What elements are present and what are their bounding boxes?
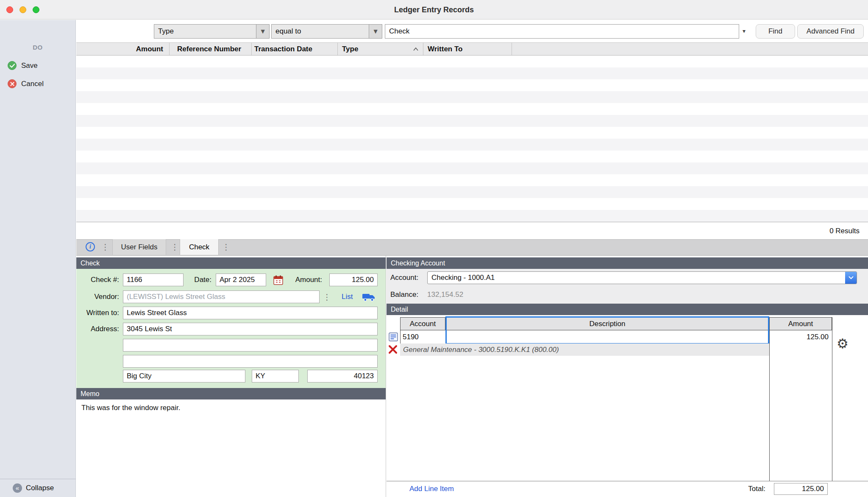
advanced-find-button[interactable]: Advanced Find — [797, 24, 864, 39]
truck-icon[interactable] — [362, 293, 376, 304]
gear-icon[interactable]: ⚙ — [834, 336, 851, 352]
account-dropdown[interactable]: Checking - 1000.A1 — [427, 271, 857, 284]
amount-label: Amount: — [275, 274, 322, 286]
memo-field[interactable]: This was for the window repair. — [76, 399, 386, 497]
save-check-icon — [8, 61, 17, 70]
collapse-chevrons-icon: « — [13, 483, 22, 493]
find-operator-value: equal to — [272, 25, 369, 38]
delete-line-item-icon[interactable] — [388, 345, 398, 356]
collapse-label: Collapse — [26, 484, 54, 492]
vendor-field[interactable] — [123, 290, 320, 303]
amount-field[interactable] — [329, 274, 378, 286]
address-line3-field[interactable] — [123, 355, 378, 368]
checking-account-panel-header: Checking Account — [387, 257, 868, 269]
sidebar-item-save[interactable]: Save — [8, 61, 38, 70]
line-item-account-value[interactable]: 5190 — [403, 330, 419, 343]
detail-panel-header: Detail — [387, 304, 868, 315]
state-field[interactable] — [252, 370, 299, 383]
tab-user-fields[interactable]: User Fields — [112, 239, 166, 255]
cancel-x-icon — [8, 79, 17, 88]
find-operator-select[interactable]: equal to ▼ — [271, 24, 382, 39]
select-arrow-icon: ▼ — [369, 25, 382, 38]
vendor-list-link[interactable]: List — [342, 290, 353, 303]
written-to-field[interactable] — [123, 307, 378, 319]
account-dropdown-arrow-icon — [845, 272, 857, 284]
column-separator — [769, 317, 770, 497]
description-focus-highlight — [445, 316, 769, 344]
sidebar: DO Save Cancel « Collapse — [0, 20, 76, 497]
results-count: 0 Results — [829, 222, 860, 240]
address-line1-field[interactable] — [123, 323, 378, 335]
tab-options-dots-icon[interactable]: ⋮ — [222, 239, 230, 255]
tab-options-dots-icon[interactable]: ⋮ — [171, 239, 179, 255]
results-status-bar: 0 Results — [76, 222, 868, 239]
column-header-transaction-date[interactable]: Transaction Date — [252, 43, 338, 55]
tab-options-dots-icon[interactable]: ⋮ — [101, 239, 109, 255]
results-header-row: Amount Reference Number Transaction Date… — [76, 42, 868, 56]
line-item-form-icon[interactable] — [389, 332, 398, 343]
find-field-value: Type — [154, 25, 256, 38]
column-header-written-to[interactable]: Written To — [423, 43, 512, 55]
written-to-label: Written to: — [64, 307, 119, 319]
tab-check[interactable]: Check — [180, 239, 219, 255]
vendor-label: Vendor: — [72, 290, 119, 303]
sidebar-section-label: DO — [0, 44, 75, 51]
vendor-options-dots-icon[interactable]: ⋮ — [323, 290, 331, 303]
memo-panel-header: Memo — [76, 388, 386, 399]
account-hint-text: General Maintenance - 3000.5190.K.K1 (80… — [403, 343, 559, 356]
column-separator — [832, 317, 832, 497]
find-value-input[interactable] — [385, 24, 739, 39]
window-title: Ledger Entry Records — [0, 0, 868, 20]
account-dropdown-value: Checking - 1000.A1 — [428, 272, 845, 284]
find-field-select[interactable]: Type ▼ — [154, 24, 270, 39]
city-field[interactable] — [123, 370, 245, 383]
collapse-control[interactable]: « Collapse — [0, 479, 76, 497]
save-label: Save — [21, 61, 38, 70]
zip-field[interactable] — [307, 370, 378, 383]
add-line-item-link[interactable]: Add Line Item — [409, 481, 454, 497]
results-list-empty[interactable] — [76, 56, 868, 222]
info-icon[interactable]: i — [86, 242, 95, 251]
total-value: 125.00 — [774, 483, 828, 495]
find-dropdown-caret-icon[interactable]: ▾ — [743, 20, 746, 42]
address-line2-field[interactable] — [123, 339, 378, 352]
find-button[interactable]: Find — [756, 24, 795, 39]
detail-column-header-account: Account — [400, 317, 445, 330]
address-label: Address: — [64, 323, 119, 335]
detail-column-header-amount: Amount — [769, 317, 832, 330]
total-label: Total: — [699, 481, 765, 497]
panel-divider — [386, 256, 386, 497]
date-field[interactable] — [216, 274, 266, 286]
sidebar-item-cancel[interactable]: Cancel — [8, 79, 44, 88]
date-label: Date: — [170, 274, 211, 286]
check-panel-header: Check — [76, 257, 386, 269]
app-window: Ledger Entry Records DO Save Cancel « Co… — [0, 0, 868, 497]
column-header-reference-number[interactable]: Reference Number — [170, 43, 252, 55]
account-label: Account: — [390, 271, 428, 284]
balance-label: Balance: — [390, 288, 428, 301]
column-header-amount[interactable]: Amount — [76, 43, 170, 55]
select-arrow-icon: ▼ — [256, 25, 269, 38]
column-header-type-label: Type — [342, 45, 358, 53]
title-bar: Ledger Entry Records — [0, 0, 868, 20]
column-header-type[interactable]: Type — [338, 43, 423, 55]
balance-value: 132,154.52 — [427, 288, 512, 301]
cancel-label: Cancel — [21, 80, 44, 88]
line-item-amount-value[interactable]: 125.00 — [769, 330, 829, 343]
sort-ascending-icon — [413, 43, 419, 55]
check-number-label: Check #: — [72, 274, 119, 286]
